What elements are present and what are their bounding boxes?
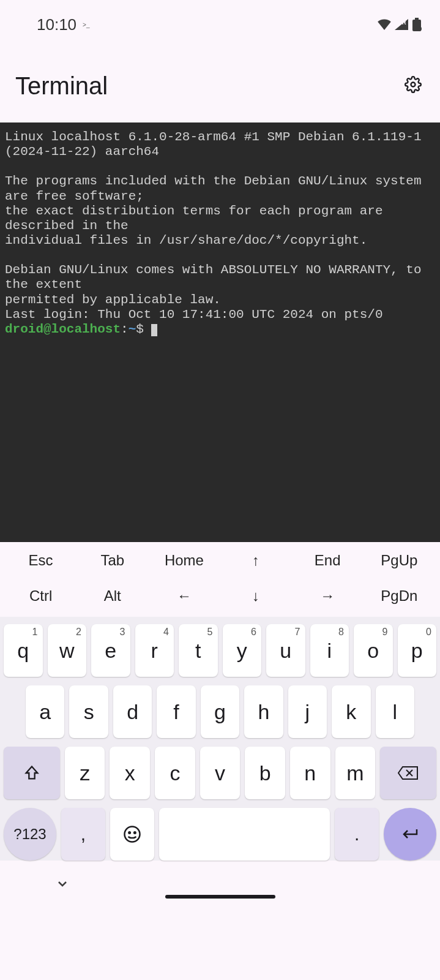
terminal-line: Last login: Thu Oct 10 17:41:00 UTC 2024…: [5, 307, 383, 322]
kb-row3: z x c v b n m: [4, 747, 436, 799]
key-comma[interactable]: ,: [61, 808, 105, 861]
svg-point-7: [124, 827, 140, 842]
svg-point-9: [134, 832, 136, 834]
key-v[interactable]: v: [200, 747, 241, 799]
key-period[interactable]: .: [335, 808, 379, 861]
settings-button[interactable]: [405, 76, 422, 96]
key-q[interactable]: q1: [4, 624, 43, 677]
terminal-line: permitted by applicable law.: [5, 293, 221, 307]
system-nav-bar: [0, 869, 440, 924]
enter-icon: [401, 827, 419, 842]
terminal-navkeys: Esc Tab Home ↑ End PgUp Ctrl Alt ← ↓ → P…: [0, 542, 440, 617]
status-left: 10:10 >_: [37, 15, 89, 34]
app-bar: Terminal: [0, 49, 440, 123]
battery-icon: [412, 18, 422, 31]
terminal-line: individual files in /usr/share/doc/*/cop…: [5, 233, 367, 247]
status-bar: 10:10 >_ R: [0, 0, 440, 49]
page-title: Terminal: [15, 72, 108, 100]
navkey-pgup[interactable]: PgUp: [365, 552, 433, 569]
navkey-right[interactable]: →: [294, 587, 361, 605]
key-h[interactable]: h: [244, 685, 283, 738]
gear-icon: [405, 76, 422, 93]
keyboard-collapse-button[interactable]: [55, 876, 70, 894]
cursor-icon: [151, 324, 157, 336]
key-i[interactable]: i8: [310, 624, 349, 677]
kb-row2: a s d f g h j k l: [4, 685, 436, 738]
prompt-dollar: $: [136, 322, 151, 336]
prompt-sep: :: [121, 322, 129, 336]
key-shift[interactable]: [4, 747, 60, 799]
emoji-icon: [123, 825, 141, 843]
key-w[interactable]: w2: [48, 624, 87, 677]
key-s[interactable]: s: [69, 685, 108, 738]
key-j[interactable]: j: [288, 685, 327, 738]
navkey-row: Ctrl Alt ← ↓ → PgDn: [5, 587, 435, 605]
key-z[interactable]: z: [65, 747, 105, 799]
key-backspace[interactable]: [380, 747, 436, 799]
key-enter[interactable]: [384, 808, 436, 861]
navkey-row: Esc Tab Home ↑ End PgUp: [5, 552, 435, 569]
svg-point-8: [129, 832, 130, 834]
key-l[interactable]: l: [376, 685, 414, 738]
signal-icon: R: [395, 19, 408, 30]
svg-point-4: [411, 83, 416, 87]
prompt-user: droid@localhost: [5, 322, 121, 336]
navkey-home[interactable]: Home: [151, 552, 218, 569]
terminal-line: the exact distribution terms for each pr…: [5, 204, 390, 233]
key-c[interactable]: c: [155, 747, 195, 799]
navkey-left[interactable]: ←: [151, 587, 218, 605]
key-k[interactable]: k: [332, 685, 370, 738]
clock: 10:10: [37, 15, 76, 34]
key-x[interactable]: x: [110, 747, 150, 799]
key-m[interactable]: m: [335, 747, 376, 799]
navkey-esc[interactable]: Esc: [7, 552, 75, 569]
key-p[interactable]: p0: [398, 624, 437, 677]
navkey-tab[interactable]: Tab: [79, 552, 146, 569]
key-d[interactable]: d: [113, 685, 152, 738]
key-t[interactable]: t5: [179, 624, 218, 677]
navkey-up[interactable]: ↑: [222, 552, 289, 569]
terminal-indicator-icon: >_: [83, 21, 89, 28]
key-o[interactable]: o9: [354, 624, 393, 677]
key-r[interactable]: r4: [135, 624, 174, 677]
navkey-down[interactable]: ↓: [222, 587, 289, 605]
status-right: R: [378, 18, 422, 31]
terminal-line: The programs included with the Debian GN…: [5, 174, 429, 203]
svg-rect-1: [415, 18, 419, 20]
key-b[interactable]: b: [245, 747, 285, 799]
key-g[interactable]: g: [201, 685, 239, 738]
key-e[interactable]: e3: [91, 624, 130, 677]
key-a[interactable]: a: [26, 685, 64, 738]
kb-row1: q1 w2 e3 r4 t5 y6 u7 i8 o9 p0: [4, 624, 436, 677]
terminal-line: Linux localhost 6.1.0-28-arm64 #1 SMP De…: [5, 130, 429, 159]
navkey-alt[interactable]: Alt: [79, 587, 146, 605]
backspace-icon: [398, 765, 419, 781]
navkey-ctrl[interactable]: Ctrl: [7, 587, 75, 605]
kb-row4: ?123 , .: [4, 808, 436, 861]
nav-pill[interactable]: [165, 895, 275, 899]
navkey-end[interactable]: End: [294, 552, 361, 569]
key-y[interactable]: y6: [223, 624, 262, 677]
svg-text:R: R: [402, 20, 406, 26]
terminal-output[interactable]: Linux localhost 6.1.0-28-arm64 #1 SMP De…: [0, 123, 440, 542]
chevron-down-icon: [55, 876, 70, 891]
prompt-path: ~: [129, 322, 136, 336]
key-u[interactable]: u7: [266, 624, 305, 677]
soft-keyboard: q1 w2 e3 r4 t5 y6 u7 i8 o9 p0 a s d f g …: [0, 617, 440, 861]
key-f[interactable]: f: [157, 685, 195, 738]
terminal-line: Debian GNU/Linux comes with ABSOLUTELY N…: [5, 263, 429, 292]
navkey-pgdn[interactable]: PgDn: [365, 587, 433, 605]
svg-point-3: [417, 26, 422, 31]
key-n[interactable]: n: [290, 747, 330, 799]
wifi-icon: [378, 19, 391, 30]
shift-icon: [23, 764, 40, 782]
key-symbols[interactable]: ?123: [4, 808, 56, 861]
key-emoji[interactable]: [110, 808, 154, 861]
key-space[interactable]: [159, 808, 330, 861]
